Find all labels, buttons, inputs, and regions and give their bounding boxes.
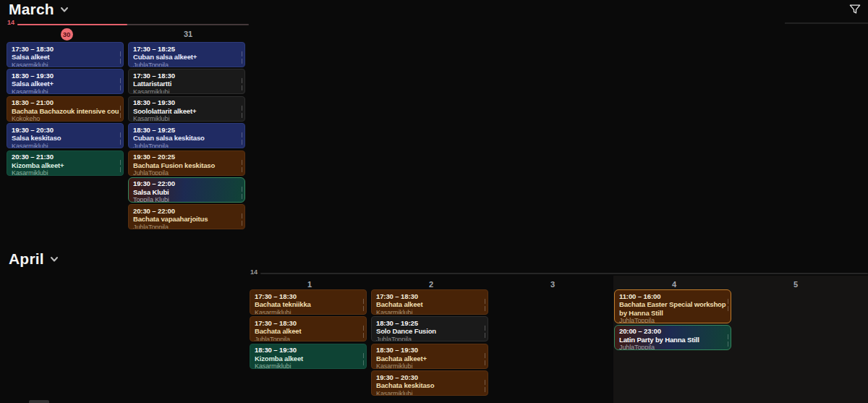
event-title: Bachata tekniikka xyxy=(255,300,362,309)
week-line-fragment xyxy=(785,22,868,24)
event-location: Kasarmiklubi xyxy=(376,309,483,315)
event-time: 17:30 – 18:30 xyxy=(133,72,240,80)
event-title: Solo Dance Fusion xyxy=(376,327,483,336)
week-line xyxy=(260,273,868,274)
event-time: 20:30 – 22:00 xyxy=(133,207,240,216)
month-title: April xyxy=(9,250,44,268)
event-location: Kokokeho xyxy=(12,115,119,122)
event-title: Bachata alkeet xyxy=(376,300,483,309)
event-card[interactable]: 18:30 – 19:30Bachata alkeet+Kasarmiklubi xyxy=(371,344,488,369)
event-card[interactable]: 17:30 – 18:30Salsa alkeetKasarmiklubi xyxy=(7,42,124,67)
event-card[interactable]: 18:30 – 19:30Soololattarit alkeet+Kasarm… xyxy=(128,96,245,122)
event-card[interactable]: 19:30 – 20:25Bachata Fusion keskitasoJuh… xyxy=(128,150,245,176)
event-card[interactable]: 18:30 – 21:00Bachata Bachazouk intensive… xyxy=(7,96,124,122)
event-title: Cuban salsa keskitaso xyxy=(133,134,240,143)
event-time: 18:30 – 19:30 xyxy=(12,72,119,80)
filter-button[interactable] xyxy=(846,1,864,19)
event-time: 18:30 – 19:25 xyxy=(133,126,240,135)
chevron-down-icon xyxy=(60,3,69,16)
event-location: JuhlaToppila xyxy=(619,317,726,323)
event-card[interactable]: 17:30 – 18:30LattaristarttiKasarmiklubi xyxy=(128,69,245,94)
today-badge[interactable]: 30 xyxy=(61,28,73,41)
event-card[interactable]: 11:00 – 16:00Bachata Easter Special work… xyxy=(614,289,731,323)
event-location: Kasarmiklubi xyxy=(255,362,362,369)
event-location: Kasarmiklubi xyxy=(376,362,483,369)
event-card[interactable]: 20:00 – 23:00Latin Party by Hanna StillJ… xyxy=(614,325,731,350)
event-time: 17:30 – 18:30 xyxy=(255,319,362,328)
event-title: Kizomba alkeet+ xyxy=(12,161,119,170)
event-time: 18:30 – 19:30 xyxy=(376,346,483,355)
event-title: Bachata Easter Special workshop by Hanna… xyxy=(619,300,726,317)
event-location: JuhlaToppila xyxy=(133,143,240,149)
day-column: 17:30 – 18:30Salsa alkeetKasarmiklubi18:… xyxy=(6,42,127,177)
day-number[interactable]: 5 xyxy=(781,280,810,289)
day-number[interactable]: 4 xyxy=(660,280,689,289)
event-time: 17:30 – 18:25 xyxy=(133,45,240,54)
week-number-label: 14 xyxy=(7,19,14,26)
event-title: Kizomba alkeet xyxy=(255,355,362,363)
event-card[interactable]: 19:30 – 22:00Salsa KlubiToppila Klubi xyxy=(128,177,245,203)
event-title: Bachata keskitaso xyxy=(376,381,483,390)
day-column: 17:30 – 18:30Bachata alkeetKasarmiklubi1… xyxy=(370,289,492,398)
event-location: JuhlaToppila xyxy=(376,336,483,342)
event-title: Salsa Klubi xyxy=(133,188,240,197)
event-title: Bachata Bachazouk intensive course xyxy=(12,107,119,116)
event-time: 18:30 – 19:30 xyxy=(255,346,362,355)
day-column: 17:30 – 18:25Cuban salsa alkeet+JuhlaTop… xyxy=(127,42,249,232)
event-location: JuhlaToppila xyxy=(255,336,362,342)
event-card[interactable]: 18:30 – 19:25Solo Dance FusionJuhlaToppi… xyxy=(371,316,488,342)
event-title: Salsa keskitaso xyxy=(12,134,119,143)
calendar-week-view: March143017:30 – 18:30Salsa alkeetKasarm… xyxy=(0,0,868,403)
event-title: Cuban salsa alkeet+ xyxy=(133,53,240,61)
day-number[interactable]: 1 xyxy=(295,280,324,289)
event-location: JuhlaToppila xyxy=(133,224,240,230)
event-time: 11:00 – 16:00 xyxy=(619,292,726,301)
month-title: March xyxy=(9,1,54,18)
event-title: Bachata alkeet xyxy=(255,327,362,336)
event-card[interactable]: 19:30 – 20:30Bachata keskitasoKasarmiklu… xyxy=(371,370,488,396)
month-header-april[interactable]: April xyxy=(9,250,59,268)
event-title: Soololattarit alkeet+ xyxy=(133,107,240,116)
day-number[interactable]: 2 xyxy=(417,280,446,289)
week-number-label: 14 xyxy=(250,268,258,276)
event-location: Kasarmiklubi xyxy=(133,115,240,122)
event-title: Bachata vapaaharjoitus xyxy=(133,215,240,224)
event-location: JuhlaToppila xyxy=(619,344,726,350)
event-location: Kasarmiklubi xyxy=(376,390,483,396)
chevron-down-icon xyxy=(50,253,59,266)
event-location: Kasarmiklubi xyxy=(12,61,119,68)
event-card[interactable]: 18:30 – 19:30Kizomba alkeetKasarmiklubi xyxy=(250,344,367,369)
event-location: Toppila Klubi xyxy=(133,196,240,203)
event-time: 18:30 – 19:30 xyxy=(133,98,240,107)
event-card[interactable]: 17:30 – 18:30Bachata tekniikkaKasarmiklu… xyxy=(250,289,367,315)
event-time: 19:30 – 22:00 xyxy=(133,179,240,188)
event-location: Kasarmiklubi xyxy=(255,309,362,315)
event-time: 18:30 – 21:00 xyxy=(12,98,119,107)
event-time: 20:00 – 23:00 xyxy=(619,327,726,336)
event-time: 18:30 – 19:25 xyxy=(376,319,483,328)
event-time: 17:30 – 18:30 xyxy=(12,45,119,54)
event-location: Kasarmiklubi xyxy=(12,143,119,149)
event-time: 20:30 – 21:30 xyxy=(12,153,119,161)
event-card[interactable]: 20:30 – 22:00Bachata vapaaharjoitusJuhla… xyxy=(128,204,245,229)
event-location: JuhlaToppila xyxy=(133,61,240,68)
event-time: 19:30 – 20:25 xyxy=(133,153,240,161)
event-card[interactable]: 18:30 – 19:30Salsa alkeet+Kasarmiklubi xyxy=(7,69,124,94)
week-progress-indicator xyxy=(17,24,127,25)
month-header-march[interactable]: March xyxy=(9,1,69,18)
event-time: 17:30 – 18:30 xyxy=(255,292,362,301)
event-card[interactable]: 17:30 – 18:30Bachata alkeetKasarmiklubi xyxy=(371,289,488,315)
event-location: JuhlaToppila xyxy=(133,169,240,176)
event-card[interactable]: 17:30 – 18:25Cuban salsa alkeet+JuhlaTop… xyxy=(128,42,245,67)
event-card[interactable]: 20:30 – 21:30Kizomba alkeet+Kasarmiklubi xyxy=(7,150,124,176)
event-location: Kasarmiklubi xyxy=(12,88,119,95)
event-card[interactable]: 17:30 – 18:30Bachata alkeetJuhlaToppila xyxy=(250,316,367,342)
week-line xyxy=(17,24,249,25)
event-time: 19:30 – 20:30 xyxy=(376,373,483,382)
event-title: Bachata alkeet+ xyxy=(376,355,483,363)
day-number[interactable]: 3 xyxy=(538,280,567,289)
next-week-partial xyxy=(29,400,49,403)
day-number[interactable]: 31 xyxy=(174,30,203,38)
event-card[interactable]: 18:30 – 19:25Cuban salsa keskitasoJuhlaT… xyxy=(128,123,245,148)
event-card[interactable]: 19:30 – 20:30Salsa keskitasoKasarmiklubi xyxy=(7,123,124,148)
